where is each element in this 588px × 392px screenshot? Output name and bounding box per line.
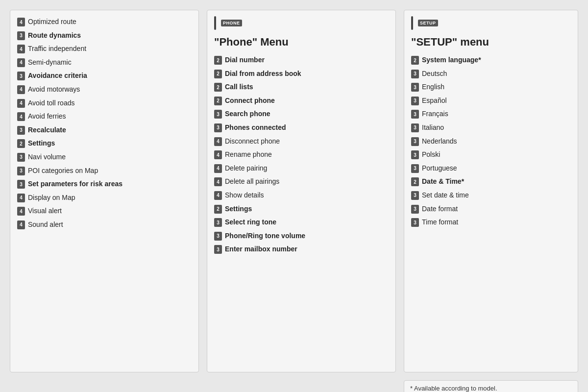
right-column: SETUP "SETUP" menu 2 System language* 3 …: [404, 10, 578, 392]
item-label: Select ring tone: [225, 218, 276, 227]
list-item[interactable]: 3 Français: [411, 108, 571, 120]
list-item[interactable]: 3 POI categories on Map: [17, 165, 192, 177]
item-label: Semi-dynamic: [28, 58, 72, 68]
list-item[interactable]: 4 Avoid toll roads: [17, 98, 192, 109]
item-label: Delete all pairings: [225, 177, 279, 187]
right-panel-title-row: "SETUP" menu: [411, 36, 571, 49]
level-badge: 2: [214, 83, 222, 92]
level-badge: 3: [411, 150, 419, 159]
item-label: Visual alert: [28, 206, 62, 216]
list-item[interactable]: 3 Italiano: [411, 122, 571, 134]
list-item[interactable]: 4 Display on Map: [17, 192, 192, 204]
item-label: Date & Time*: [422, 177, 464, 187]
item-label: Settings: [225, 204, 252, 214]
level-badge: 3: [214, 218, 222, 227]
list-item[interactable]: 4 Avoid motorways: [17, 84, 192, 96]
list-item[interactable]: 3 Portuguese: [411, 163, 571, 174]
list-item[interactable]: 4 Semi-dynamic: [17, 57, 192, 69]
list-item[interactable]: 3 Navi volume: [17, 151, 192, 163]
list-item[interactable]: 2 Connect phone: [214, 95, 389, 107]
list-item[interactable]: 3 Phone/Ring tone volume: [214, 230, 389, 242]
list-item[interactable]: 4 Sound alert: [17, 219, 192, 231]
list-item[interactable]: 3 Phones connected: [214, 122, 389, 134]
item-label: Portuguese: [422, 164, 457, 173]
item-label: Connect phone: [225, 96, 275, 106]
list-item[interactable]: 2 Dial from address book: [214, 68, 389, 80]
item-label: Polski: [422, 150, 440, 160]
list-item[interactable]: 4 Delete pairing: [214, 163, 389, 174]
list-item[interactable]: 2 Settings: [17, 138, 192, 149]
level-badge: 4: [214, 177, 222, 186]
list-item[interactable]: 3 Set date & time: [411, 190, 571, 201]
level-badge: 4: [17, 45, 25, 53]
list-item[interactable]: 2 Call lists: [214, 81, 389, 93]
level-badge: 3: [411, 97, 419, 105]
list-item[interactable]: 4 Avoid ferries: [17, 111, 192, 122]
item-label: Phone/Ring tone volume: [225, 231, 305, 241]
right-panel-title: "SETUP" menu: [411, 36, 489, 49]
level-badge: 4: [17, 194, 25, 202]
level-badge: 3: [17, 126, 25, 135]
level-badge: 3: [17, 72, 25, 80]
list-item[interactable]: 4 Disconnect phone: [214, 136, 389, 147]
level-badge: 3: [17, 153, 25, 162]
item-label: Français: [422, 109, 448, 119]
list-item[interactable]: 3 Time format: [411, 217, 571, 228]
header-bar: [214, 16, 216, 30]
item-label: Enter mailbox number: [225, 245, 297, 254]
item-label: Search phone: [225, 109, 270, 119]
list-item[interactable]: 4 Show details: [214, 190, 389, 201]
list-item[interactable]: 2 System language*: [411, 54, 571, 66]
level-badge: 3: [411, 205, 419, 214]
level-badge: 3: [411, 164, 419, 173]
list-item[interactable]: 3 Enter mailbox number: [214, 244, 389, 255]
list-item[interactable]: 3 Deutsch: [411, 68, 571, 80]
list-item[interactable]: 4 Optimized route: [17, 16, 192, 28]
level-badge: 2: [214, 70, 222, 78]
list-item[interactable]: 3 Nederlands: [411, 136, 571, 147]
level-badge: 3: [411, 191, 419, 200]
item-label: Navi volume: [28, 152, 66, 162]
item-label: Route dynamics: [28, 31, 81, 41]
list-item[interactable]: 3 English: [411, 81, 571, 93]
level-badge: 3: [214, 123, 222, 132]
item-label: Avoid toll roads: [28, 98, 74, 108]
level-badge: 4: [214, 150, 222, 159]
level-badge: 4: [214, 191, 222, 200]
list-item[interactable]: 3 Recalculate: [17, 124, 192, 136]
level-badge: 2: [214, 205, 222, 214]
list-item[interactable]: 4 Traffic independent: [17, 43, 192, 55]
level-badge: 3: [214, 245, 222, 254]
list-item[interactable]: 3 Search phone: [214, 108, 389, 120]
list-item[interactable]: 3 Select ring tone: [214, 217, 389, 228]
list-item[interactable]: 3 Route dynamics: [17, 30, 192, 42]
list-item[interactable]: 2 Date & Time*: [411, 176, 571, 188]
item-label: Español: [422, 96, 447, 106]
list-item[interactable]: 4 Visual alert: [17, 205, 192, 217]
level-badge: 2: [214, 97, 222, 105]
level-badge: 4: [17, 99, 25, 108]
level-badge: 4: [214, 137, 222, 146]
item-label: Avoidance criteria: [28, 71, 87, 81]
level-badge: 3: [411, 83, 419, 92]
item-label: English: [422, 82, 444, 92]
list-item[interactable]: 4 Delete all pairings: [214, 176, 389, 188]
list-item[interactable]: 3 Español: [411, 95, 571, 107]
item-label: Delete pairing: [225, 164, 267, 173]
level-badge: 2: [411, 177, 419, 186]
list-item[interactable]: 2 Settings: [214, 203, 389, 215]
item-label: Set parameters for risk areas: [28, 179, 122, 189]
list-item[interactable]: 4 Rename phone: [214, 149, 389, 161]
list-item[interactable]: 3 Avoidance criteria: [17, 70, 192, 82]
item-label: Disconnect phone: [225, 137, 280, 147]
list-item[interactable]: 3 Set parameters for risk areas: [17, 178, 192, 190]
middle-panel: PHONE "Phone" Menu 2 Dial number 2 Dial …: [207, 10, 396, 372]
middle-panel-title-row: "Phone" Menu: [214, 36, 389, 49]
list-item[interactable]: 2 Dial number: [214, 54, 389, 66]
item-label: Rename phone: [225, 150, 272, 160]
right-panel: SETUP "SETUP" menu 2 System language* 3 …: [404, 10, 578, 372]
middle-panel-header: PHONE: [214, 16, 389, 30]
level-badge: 3: [411, 218, 419, 227]
list-item[interactable]: 3 Polski: [411, 149, 571, 161]
list-item[interactable]: 3 Date format: [411, 203, 571, 215]
